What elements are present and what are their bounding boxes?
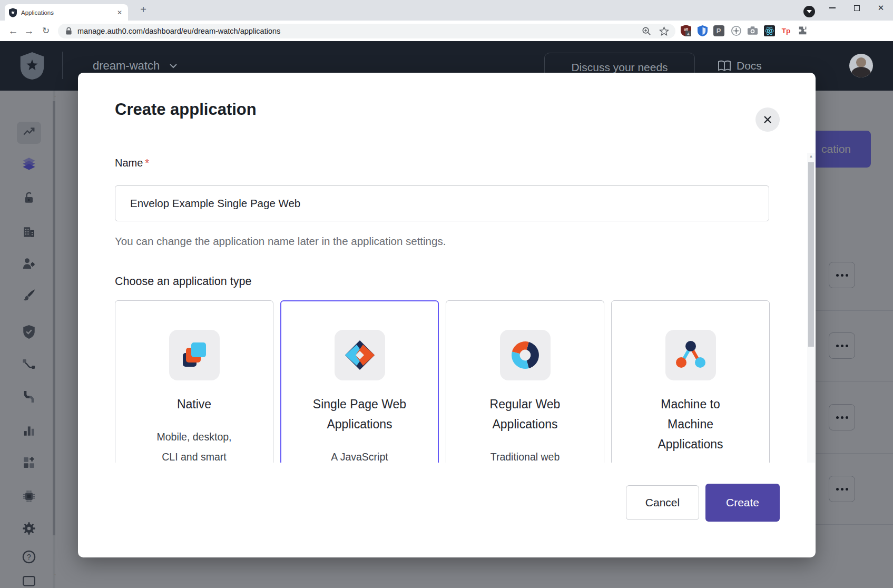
browser-update-indicator-icon[interactable] bbox=[803, 6, 815, 17]
reload-icon[interactable]: ↻ bbox=[38, 21, 54, 41]
card-description: A JavaScript bbox=[331, 447, 388, 463]
modal-scroll-up-icon[interactable]: ▲ bbox=[807, 154, 815, 159]
zoom-page-icon[interactable] bbox=[642, 26, 652, 36]
address-bar[interactable]: manage.auth0.com/dashboard/eu/dream-watc… bbox=[58, 24, 675, 38]
extensions-puzzle-icon[interactable] bbox=[796, 23, 810, 38]
tab-close-icon[interactable]: ✕ bbox=[115, 8, 124, 17]
book-icon bbox=[718, 60, 731, 72]
ublock-extension-icon[interactable]: u0 4 bbox=[679, 23, 693, 38]
window-minimize-button[interactable] bbox=[820, 0, 845, 16]
card-title: Single Page Web Applications bbox=[313, 394, 406, 434]
application-type-cards: Native Mobile, desktop, CLI and smart bbox=[115, 300, 771, 463]
user-avatar[interactable] bbox=[849, 54, 873, 77]
card-title: Regular Web Applications bbox=[490, 394, 561, 434]
bookmark-star-icon[interactable] bbox=[659, 26, 669, 36]
react-devtools-extension-icon[interactable] bbox=[762, 23, 777, 38]
m2m-nodes-icon bbox=[674, 338, 708, 372]
ublock-badge: 4 bbox=[687, 32, 690, 36]
auth0-logo-icon[interactable] bbox=[20, 52, 44, 80]
camera-extension-icon[interactable] bbox=[745, 23, 760, 38]
tenant-name: dream-watch bbox=[93, 59, 160, 73]
m2m-icon-tile bbox=[665, 330, 716, 380]
spa-diamonds-icon bbox=[343, 338, 377, 372]
lock-icon bbox=[65, 27, 72, 35]
native-icon-tile bbox=[169, 330, 220, 380]
spa-icon-tile bbox=[335, 330, 385, 380]
native-stack-icon bbox=[178, 338, 211, 372]
close-icon bbox=[762, 114, 773, 125]
create-application-modal: Create application Name* You can change … bbox=[78, 73, 816, 557]
regular-web-icon-tile bbox=[500, 330, 551, 380]
create-button[interactable]: Create bbox=[705, 484, 780, 522]
p-extension-icon[interactable]: P bbox=[711, 23, 726, 38]
required-asterisk: * bbox=[145, 157, 149, 169]
application-name-input[interactable] bbox=[115, 185, 769, 221]
regular-web-donut-icon bbox=[508, 338, 542, 372]
card-single-page-web[interactable]: Single Page Web Applications A JavaScrip… bbox=[280, 300, 439, 463]
auth0-favicon bbox=[9, 8, 17, 17]
name-help-text: You can change the application name late… bbox=[115, 235, 446, 248]
card-description: Traditional web bbox=[490, 447, 560, 463]
screen: Applications ✕ + ✕ ← → ↻ manage.auth0.co… bbox=[0, 0, 893, 588]
card-regular-web[interactable]: Regular Web Applications Traditional web bbox=[446, 300, 604, 463]
modal-scrollbar-thumb[interactable] bbox=[808, 162, 814, 347]
name-field-label: Name* bbox=[115, 157, 149, 169]
window-close-button[interactable]: ✕ bbox=[869, 0, 893, 16]
chevron-down-icon bbox=[169, 63, 178, 68]
card-description: Mobile, desktop, CLI and smart bbox=[157, 427, 232, 463]
cancel-button[interactable]: Cancel bbox=[626, 485, 699, 520]
card-title: Machine to Machine Applications bbox=[658, 394, 723, 454]
screen-capture-extension-icon[interactable] bbox=[729, 23, 743, 38]
new-tab-button[interactable]: + bbox=[136, 3, 151, 17]
tp-extension-icon[interactable]: Tp bbox=[779, 23, 793, 38]
modal-scrollbar-track[interactable]: ▲ bbox=[807, 153, 815, 463]
tab-title: Applications bbox=[21, 9, 115, 16]
url-text: manage.auth0.com/dashboard/eu/dream-watc… bbox=[77, 27, 642, 35]
browser-tab[interactable]: Applications ✕ bbox=[5, 4, 128, 21]
svg-text:u0: u0 bbox=[684, 27, 688, 31]
browser-tab-bar: Applications ✕ + ✕ bbox=[0, 0, 893, 21]
card-title: Native bbox=[177, 394, 211, 414]
forward-icon[interactable]: → bbox=[21, 21, 37, 41]
header-divider bbox=[62, 52, 63, 79]
bitwarden-extension-icon[interactable] bbox=[695, 23, 710, 38]
card-machine-to-machine[interactable]: Machine to Machine Applications bbox=[611, 300, 770, 463]
back-icon[interactable]: ← bbox=[5, 21, 21, 41]
modal-title: Create application bbox=[115, 100, 257, 119]
card-native[interactable]: Native Mobile, desktop, CLI and smart bbox=[115, 300, 273, 463]
window-maximize-button[interactable] bbox=[845, 0, 869, 16]
modal-close-button[interactable] bbox=[755, 107, 780, 132]
application-type-label: Choose an application type bbox=[115, 275, 251, 288]
browser-toolbar: ← → ↻ manage.auth0.com/dashboard/eu/drea… bbox=[0, 21, 893, 41]
